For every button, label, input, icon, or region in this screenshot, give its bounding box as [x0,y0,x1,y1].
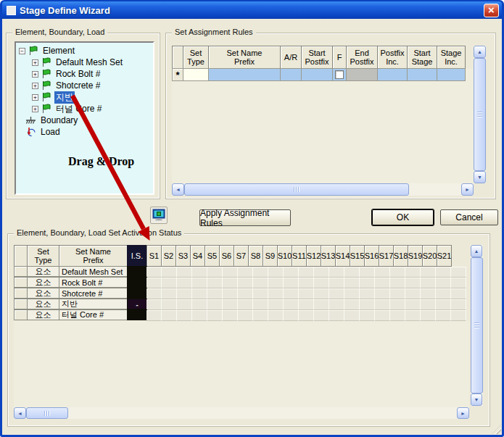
stage-cell-S19[interactable] [421,299,436,310]
stage-cell-S2[interactable] [162,310,177,321]
stage-cell-S14[interactable] [344,267,360,278]
expand-icon[interactable]: + [32,83,38,89]
stage-cell-S16[interactable] [375,299,390,310]
stage-cell-S3[interactable] [177,288,192,299]
stage-cell-S2[interactable] [162,278,177,288]
rules-column-header-1[interactable]: Set Type [183,46,209,69]
collapse-icon[interactable]: − [19,48,25,54]
tree-item-tunnel-core[interactable]: + 터널 Core # [16,103,103,115]
stage-cell-S13[interactable] [329,278,344,288]
stage-cell-S5[interactable] [207,288,223,299]
stage-cell-S15[interactable] [360,310,375,321]
set-type-cell[interactable]: 요소 [27,299,59,309]
set-type-cell[interactable]: 요소 [27,309,59,320]
initial-stage-cell[interactable] [127,277,147,288]
status-column-header-S20[interactable]: S20 [422,245,437,267]
stage-cell-S5[interactable] [207,299,223,310]
status-column-header-S8[interactable]: S8 [248,245,263,267]
stage-cell-S1[interactable] [146,278,162,288]
stage-cell-S5[interactable] [207,310,223,321]
rules-column-header-5[interactable]: F [332,46,347,69]
stage-cell-S6[interactable] [223,278,238,288]
stage-cell-S9[interactable] [268,267,284,278]
row-indicator[interactable] [14,277,28,288]
expand-icon[interactable]: + [32,59,38,66]
status-column-header-S12[interactable]: S12 [306,245,321,267]
resize-grip[interactable] [492,425,501,434]
stage-cell-S8[interactable] [253,267,268,278]
set-type-cell[interactable]: 요소 [27,266,59,277]
scroll-thumb[interactable] [184,183,409,196]
tree-item-shotcrete[interactable]: + Shotcrete # [16,80,102,91]
f-checkbox[interactable] [335,70,344,79]
stage-cell-S11[interactable] [299,267,314,278]
stage-cell-S18[interactable] [405,267,421,278]
status-column-header-IS[interactable]: I.S. [127,245,147,267]
stage-cell-S10[interactable] [284,278,299,288]
status-vertical-scrollbar[interactable]: ▲ ▼ [471,245,483,406]
stage-cell-S18[interactable] [405,299,421,310]
set-name-cell[interactable]: 지반 [59,299,128,309]
stage-cell-S20[interactable] [436,267,451,278]
rules-new-row-cell-8[interactable] [407,68,437,81]
status-column-header-S5[interactable]: S5 [205,245,220,267]
stage-cell-S4[interactable] [192,299,207,310]
stage-cell-S12[interactable] [314,288,329,299]
stage-cell-S8[interactable] [253,299,268,310]
status-column-header-1[interactable]: Set Type [27,245,59,267]
rules-column-header-7[interactable]: Postfix Inc. [377,46,408,69]
stage-cell-S4[interactable] [192,288,207,299]
apply-assignment-rules-button[interactable]: Apply Assignment Rules [199,209,291,226]
scroll-thumb[interactable] [474,58,486,171]
tree-item-rock-bolt[interactable]: + Rock Bolt # [16,68,102,80]
status-column-header-S17[interactable]: S17 [379,245,394,267]
stage-cell-S2[interactable] [162,267,177,278]
initial-stage-cell[interactable]: - [127,299,147,309]
initial-stage-cell[interactable] [127,309,147,320]
set-type-cell[interactable]: 요소 [27,288,59,299]
rules-column-header-3[interactable]: A/R [280,46,302,69]
stage-cell-S6[interactable] [223,288,238,299]
tree-item-jiban-selected[interactable]: + 지반 [16,91,75,103]
stage-cell-S17[interactable] [390,299,405,310]
stage-cell-S11[interactable] [299,310,314,321]
stage-cell-S3[interactable] [177,278,192,288]
rules-vertical-scrollbar[interactable]: ▲ ▼ [474,46,486,183]
stage-cell-S3[interactable] [177,267,192,278]
stage-cell-S3[interactable] [177,310,192,321]
stage-cell-S15[interactable] [360,288,375,299]
set-name-cell[interactable]: Default Mesh Set [59,266,128,277]
close-button[interactable]: × [484,4,499,17]
rules-new-row-cell-7[interactable] [377,68,408,81]
expand-icon[interactable]: + [32,106,38,112]
stage-cell-S2[interactable] [162,299,177,310]
stage-cell-S9[interactable] [268,310,284,321]
status-column-header-S16[interactable]: S16 [364,245,379,267]
stage-cell-S17[interactable] [390,278,405,288]
stage-cell-S13[interactable] [329,288,344,299]
stage-cell-S17[interactable] [390,288,405,299]
scroll-left-icon[interactable]: ◄ [172,183,184,196]
element-tree[interactable]: − Element + Default Mesh Set + Rock Bolt… [15,41,154,195]
initial-stage-cell[interactable] [127,288,147,299]
rules-new-row-cell-3[interactable] [280,68,302,81]
rules-column-header-8[interactable]: Start Stage [407,46,437,69]
stage-cell-S21[interactable] [451,267,466,278]
rules-new-row-cell-5[interactable] [332,68,347,81]
stage-cell-S15[interactable] [360,278,375,288]
scroll-down-icon[interactable]: ▼ [474,171,486,183]
tree-item-element[interactable]: − Element [16,45,76,57]
stage-cell-S10[interactable] [284,310,299,321]
stage-cell-S9[interactable] [268,299,284,310]
stage-cell-S21[interactable] [451,288,466,299]
scroll-thumb[interactable] [26,407,68,419]
preview-button[interactable] [150,207,168,224]
cancel-button[interactable]: Cancel [440,209,498,225]
status-column-header-S18[interactable]: S18 [393,245,408,267]
rules-column-header-0[interactable] [172,46,183,69]
status-column-header-S4[interactable]: S4 [190,245,205,267]
stage-cell-S6[interactable] [223,267,238,278]
status-column-header-S15[interactable]: S15 [350,245,365,267]
stage-cell-S13[interactable] [329,299,344,310]
stage-cell-S7[interactable] [238,299,253,310]
